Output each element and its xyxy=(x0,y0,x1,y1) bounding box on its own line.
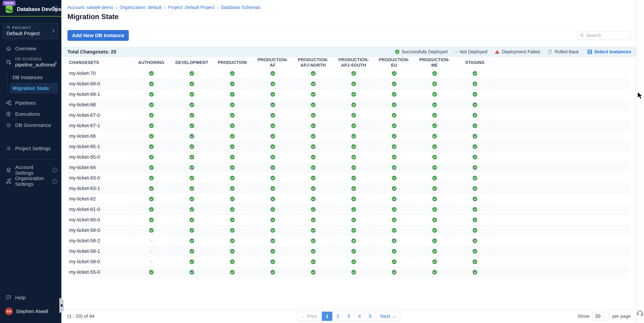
search-input[interactable] xyxy=(586,33,628,38)
total-changesets-label: Total Changesets: 20 xyxy=(68,49,116,55)
changeset-name-cell: my-ticket-59-0 xyxy=(68,225,131,235)
info-icon[interactable]: i xyxy=(52,179,57,184)
changeset-name-cell: my-ticket-69-0 xyxy=(68,79,131,89)
page-number-button[interactable]: 2 xyxy=(332,312,343,321)
sidebar-item-project-settings[interactable]: Project Settings xyxy=(0,143,61,154)
status-cell xyxy=(131,194,172,204)
status-cell xyxy=(131,68,172,79)
breadcrumb-separator: › xyxy=(164,5,166,10)
prev-page-button[interactable]: ← Prev xyxy=(296,312,322,321)
sidebar-item-db-instances[interactable]: DB Instances xyxy=(10,72,58,83)
info-icon[interactable]: i xyxy=(52,168,57,173)
database-schema-icon xyxy=(6,59,12,65)
sidebar-item-account-settings[interactable]: Account Settings i xyxy=(0,165,61,176)
next-page-button[interactable]: Next → xyxy=(376,312,401,321)
table-row[interactable]: my-ticket-62 xyxy=(68,194,630,204)
sidebar-item-overview[interactable]: Overview xyxy=(0,43,61,54)
user-menu[interactable]: SA Stephen Atwell xyxy=(0,303,61,320)
success-check-icon xyxy=(432,217,437,222)
breadcrumb-link[interactable]: Project: Default Project xyxy=(168,5,214,10)
sidebar-item-organization-settings[interactable]: Organization Settings i xyxy=(0,176,61,187)
support-headset-button[interactable] xyxy=(636,309,644,317)
status-cell xyxy=(455,267,495,277)
status-cell xyxy=(414,110,455,120)
status-cell xyxy=(252,152,293,162)
table-row[interactable]: my-ticket-69-1 xyxy=(68,89,630,100)
table-row[interactable]: my-ticket-65-1 xyxy=(68,141,630,152)
status-cell xyxy=(374,89,414,99)
status-cell xyxy=(172,225,212,235)
sidebar-collapse-handle[interactable] xyxy=(59,298,64,313)
status-cell xyxy=(252,100,293,110)
table-header-row: CHANGESETSAUTHORINGDEVELOPMENTPRODUCTION… xyxy=(68,57,630,68)
breadcrumb-link[interactable]: Database Schemas xyxy=(221,5,261,10)
table-row[interactable]: my-ticket-68 xyxy=(68,100,630,110)
success-check-icon xyxy=(189,196,194,201)
page-number-button[interactable]: 5 xyxy=(365,312,376,321)
changeset-name-cell: my-ticket-67-0 xyxy=(68,110,131,120)
success-check-icon xyxy=(432,175,437,181)
status-cell xyxy=(293,68,333,79)
avatar[interactable]: SA xyxy=(5,307,13,315)
column-header-changesets: CHANGESETS xyxy=(68,57,131,68)
breadcrumb-link[interactable]: Account: satwell-demo xyxy=(68,5,113,10)
column-header: STAGING xyxy=(455,57,495,68)
status-cell xyxy=(293,162,333,173)
project-selector[interactable]: PROJECT Default Project › xyxy=(3,23,58,39)
sidebar-item-db-governance[interactable]: DB Governance xyxy=(0,120,61,131)
add-db-instance-button[interactable]: Add New DB Instance xyxy=(68,30,129,41)
table-row[interactable]: my-ticket-67-1 xyxy=(68,121,630,131)
sidebar-item-migration-state[interactable]: Migration State xyxy=(10,83,58,94)
sidebar-item-executions[interactable]: Executions xyxy=(0,109,61,120)
table-row[interactable]: my-ticket-65-0 xyxy=(68,152,630,162)
table-row[interactable]: my-ticket-61-0 xyxy=(68,204,630,215)
table-row[interactable]: my-ticket-58-1– xyxy=(68,246,630,256)
sidebar-item-pipelines[interactable]: Pipelines xyxy=(0,97,61,109)
table-row[interactable]: my-ticket-63-1 xyxy=(68,183,630,194)
table-row[interactable]: my-ticket-58-2– xyxy=(68,236,630,246)
status-cell xyxy=(333,121,374,131)
columns-icon xyxy=(588,50,592,54)
table-row[interactable]: my-ticket-60-0 xyxy=(68,215,630,225)
success-check-icon xyxy=(351,113,356,118)
status-cell xyxy=(414,162,455,173)
status-cell xyxy=(212,110,252,120)
status-cell xyxy=(414,183,455,194)
success-check-icon xyxy=(351,238,356,243)
select-instances-button[interactable]: Select Instances xyxy=(588,49,631,55)
success-check-icon xyxy=(351,249,356,254)
status-cell xyxy=(131,141,172,152)
page-number-button[interactable]: 3 xyxy=(343,312,354,321)
table-row[interactable]: my-ticket-69-0 xyxy=(68,79,630,89)
apps-grid-icon[interactable] xyxy=(52,6,58,12)
status-cell xyxy=(131,204,172,214)
success-check-icon xyxy=(149,207,154,212)
page-number-button[interactable]: 4 xyxy=(354,312,365,321)
sidebar-item-db-schemas[interactable]: DB SCHEMAS pipeline_authored › xyxy=(0,54,61,70)
search-box[interactable] xyxy=(577,31,631,40)
success-check-icon xyxy=(270,144,275,149)
table-row[interactable]: my-ticket-70 xyxy=(68,68,630,79)
sidebar-item-help[interactable]: ? Help xyxy=(0,293,61,303)
not-deployed-dash-icon: – xyxy=(455,50,458,54)
table-row[interactable]: my-ticket-63-0 xyxy=(68,173,630,183)
status-cell: – xyxy=(131,236,172,246)
table-row[interactable]: my-ticket-58-0– xyxy=(68,256,630,267)
table-row[interactable]: my-ticket-59-0 xyxy=(68,225,630,236)
status-cell xyxy=(333,110,374,120)
success-check-icon xyxy=(351,102,356,107)
success-check-icon xyxy=(230,207,235,212)
table-row[interactable]: my-ticket-66 xyxy=(68,131,630,141)
rolled-back-icon xyxy=(547,49,552,54)
success-check-icon xyxy=(149,81,154,86)
status-cell xyxy=(374,121,414,131)
page-number-button[interactable]: 1 xyxy=(322,312,332,321)
status-cell xyxy=(374,152,414,162)
pagination-range: (1 - 20) of 84 xyxy=(68,313,94,319)
status-cell xyxy=(172,121,212,131)
table-row[interactable]: my-ticket-64 xyxy=(68,162,630,173)
table-row[interactable]: my-ticket-67-0 xyxy=(68,110,630,121)
table-row[interactable]: my-ticket-55-0 xyxy=(68,267,630,277)
breadcrumb-link[interactable]: Organization: default xyxy=(120,5,162,10)
page-size-select[interactable]: 20 ⌄ xyxy=(592,312,610,320)
